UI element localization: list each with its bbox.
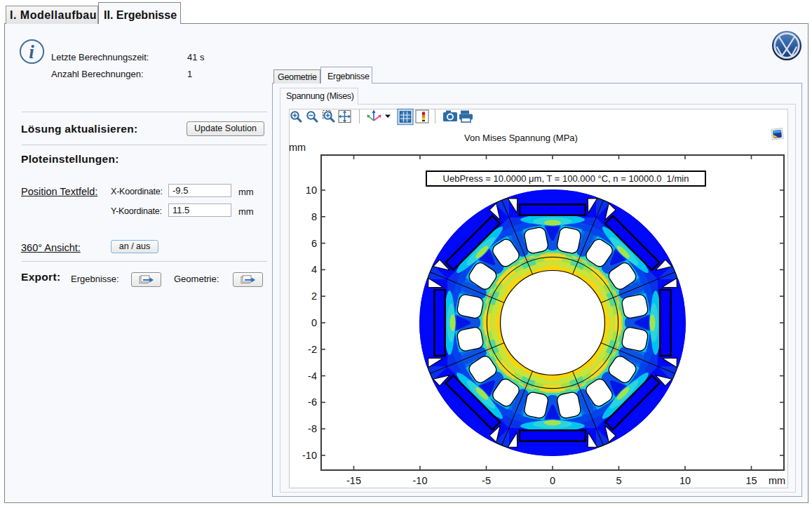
- svg-text:mm: mm: [289, 142, 306, 153]
- svg-text:-10: -10: [302, 450, 317, 461]
- svg-text:15: 15: [745, 475, 757, 486]
- svg-text:10: 10: [679, 475, 691, 486]
- svg-text:0: 0: [311, 317, 317, 328]
- svg-text:-10: -10: [413, 475, 428, 486]
- svg-text:-2: -2: [308, 344, 317, 355]
- svg-text:5: 5: [616, 475, 621, 486]
- svg-text:2: 2: [311, 290, 317, 302]
- svg-text:-8: -8: [308, 423, 317, 434]
- svg-text:4: 4: [311, 264, 317, 275]
- svg-text:Von Mises Spannung (MPa): Von Mises Spannung (MPa): [464, 133, 578, 143]
- svg-text:-5: -5: [482, 475, 491, 486]
- svg-text:0: 0: [550, 475, 555, 486]
- svg-text:10: 10: [306, 185, 317, 196]
- svg-text:6: 6: [311, 238, 317, 249]
- svg-text:-6: -6: [308, 396, 317, 408]
- svg-text:-4: -4: [308, 370, 317, 382]
- svg-text:mm: mm: [769, 475, 785, 486]
- svg-text:8: 8: [311, 211, 317, 222]
- svg-text:-15: -15: [346, 475, 361, 486]
